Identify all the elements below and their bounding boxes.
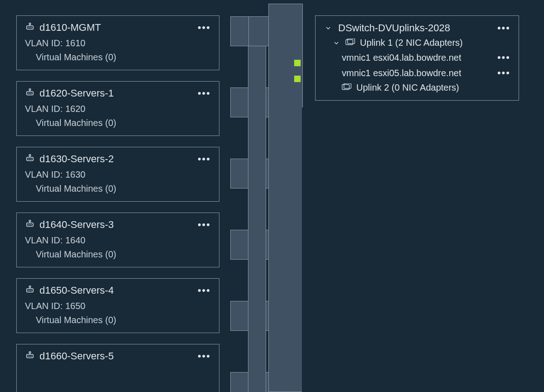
portgroup-vlan-label: VLAN ID: 1630 (25, 169, 211, 180)
svg-point-0 (29, 23, 31, 25)
portgroup-name: d1630-Servers-2 (39, 153, 193, 165)
svg-point-2 (29, 89, 31, 91)
nic-row[interactable]: vmnic1 esxi05.lab.bowdre.net ••• (342, 67, 510, 79)
uplink-port-icon (342, 82, 352, 93)
uplink-actions-menu[interactable]: ••• (497, 22, 510, 34)
portgroup-vlan-label: VLAN ID: 1640 (25, 235, 211, 246)
portgroup-icon (25, 350, 35, 362)
svg-point-6 (29, 220, 31, 222)
portgroup-vlan-label: VLAN ID: 1610 (25, 38, 211, 48)
nic-name: vmnic1 esxi05.lab.bowdre.net (342, 68, 461, 78)
svg-rect-15 (344, 83, 351, 88)
nic-status-icon (294, 75, 301, 82)
portgroup-vlan-label: VLAN ID: 1650 (25, 301, 211, 311)
svg-rect-13 (348, 39, 355, 44)
uplink-group-title: DSwitch-DVUplinks-2028 (338, 22, 492, 34)
svg-point-4 (29, 155, 31, 156)
svg-rect-12 (346, 40, 353, 45)
svg-point-8 (29, 286, 31, 288)
portgroup-actions-menu[interactable]: ••• (198, 219, 211, 231)
portgroup-actions-menu[interactable]: ••• (198, 87, 211, 99)
portgroup-card[interactable]: d1650-Servers-4 ••• VLAN ID: 1650 Virtua… (16, 278, 219, 333)
uplink-label: Uplink 2 (0 NIC Adapters) (356, 82, 459, 93)
nic-name: vmnic1 esxi04.lab.bowdre.net (342, 53, 461, 63)
portgroup-icon (25, 153, 35, 165)
svg-point-10 (29, 352, 31, 353)
nic-actions-menu[interactable]: ••• (497, 67, 510, 79)
portgroup-icon (25, 284, 35, 296)
chevron-down-icon[interactable] (324, 24, 333, 32)
portgroup-vm-count[interactable]: Virtual Machines (0) (36, 118, 211, 128)
uplink-row[interactable]: Uplink 2 (0 NIC Adapters) (342, 82, 510, 93)
portgroup-icon (25, 87, 35, 99)
portgroup-name: d1640-Servers-3 (39, 219, 193, 231)
uplink-group-card[interactable]: DSwitch-DVUplinks-2028 ••• Uplink 1 (2 N… (315, 15, 519, 101)
portgroup-vm-count[interactable]: Virtual Machines (0) (36, 249, 211, 260)
topology-connector (230, 0, 303, 392)
portgroup-actions-menu[interactable]: ••• (198, 22, 211, 34)
portgroup-card[interactable]: d1640-Servers-3 ••• VLAN ID: 1640 Virtua… (16, 213, 219, 267)
portgroup-card[interactable]: d1630-Servers-2 ••• VLAN ID: 1630 Virtua… (16, 147, 219, 202)
nic-row[interactable]: vmnic1 esxi04.lab.bowdre.net ••• (342, 52, 510, 63)
portgroup-card[interactable]: d1610-MGMT ••• VLAN ID: 1610 Virtual Mac… (16, 15, 219, 70)
uplink-row[interactable]: Uplink 1 (2 NIC Adapters) (332, 38, 510, 48)
portgroup-actions-menu[interactable]: ••• (198, 153, 211, 165)
portgroup-name: d1610-MGMT (39, 22, 193, 34)
portgroup-vm-count[interactable]: Virtual Machines (0) (36, 315, 211, 325)
nic-actions-menu[interactable]: ••• (497, 52, 510, 63)
portgroup-card[interactable]: d1620-Servers-1 ••• VLAN ID: 1620 Virtua… (16, 81, 219, 136)
portgroup-icon (25, 21, 35, 34)
portgroup-actions-menu[interactable]: ••• (198, 285, 211, 296)
portgroup-icon (25, 218, 35, 231)
uplink-port-icon (345, 38, 355, 48)
portgroup-card[interactable]: d1660-Servers-5 ••• (16, 344, 219, 392)
portgroup-vm-count[interactable]: Virtual Machines (0) (36, 184, 211, 194)
chevron-down-icon[interactable] (332, 39, 341, 47)
uplink-label: Uplink 1 (2 NIC Adapters) (360, 38, 463, 48)
svg-rect-14 (342, 85, 350, 90)
portgroup-vlan-label: VLAN ID: 1620 (25, 104, 211, 114)
nic-status-icon (294, 59, 301, 67)
portgroup-name: d1650-Servers-4 (39, 285, 193, 296)
portgroup-name: d1620-Servers-1 (39, 87, 193, 99)
portgroup-vm-count[interactable]: Virtual Machines (0) (36, 52, 211, 63)
portgroup-name: d1660-Servers-5 (39, 350, 193, 362)
portgroup-actions-menu[interactable]: ••• (198, 350, 211, 362)
